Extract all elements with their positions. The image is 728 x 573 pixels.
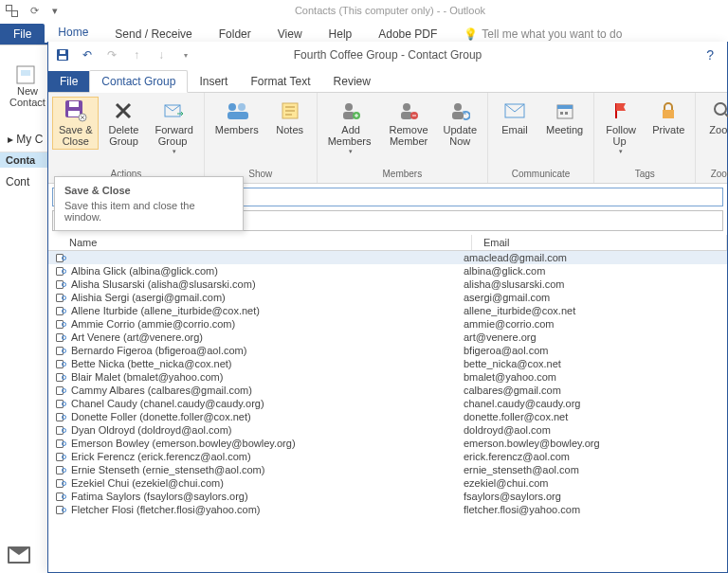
svg-point-11	[238, 103, 246, 111]
member-row[interactable]: Bernardo Figeroa (bfigeroa@aol.com)bfige…	[48, 344, 727, 357]
ribbon-group-communicate: Email Meeting Communicate	[488, 93, 594, 183]
group-label-zoom: Zoom	[711, 169, 728, 181]
redo-icon[interactable]: ↷	[105, 48, 118, 62]
contact-card-icon	[54, 399, 67, 408]
add-members-button[interactable]: Add Members ▾	[321, 97, 381, 158]
chevron-down-icon: ▾	[619, 148, 623, 155]
qat-custom-icon[interactable]: ▾	[179, 48, 192, 62]
app-grid-icon[interactable]	[6, 5, 17, 16]
contact-card-icon	[54, 346, 67, 355]
member-row[interactable]: Cammy Albares (calbares@gmail.com)calbar…	[48, 384, 727, 397]
cg-tab-insert[interactable]: Insert	[188, 71, 239, 92]
member-email: donette.foller@cox.net	[464, 411, 721, 422]
svg-rect-6	[68, 111, 80, 116]
contact-group-tabs: File Contact Group Insert Format Text Re…	[48, 68, 727, 93]
add-members-icon	[339, 99, 362, 122]
mail-nav-icon[interactable]	[8, 546, 30, 564]
meeting-button[interactable]: Meeting	[539, 97, 590, 138]
private-button[interactable]: Private	[646, 97, 691, 138]
contact-card-icon	[54, 293, 67, 302]
member-row[interactable]: Dyan Oldroyd (doldroyd@aol.com)doldroyd@…	[48, 423, 727, 437]
contact-card-icon	[54, 425, 67, 435]
member-name: Erick Ferencz (erick.ferencz@aol.com)	[71, 451, 464, 462]
contact-card-icon	[54, 359, 67, 368]
svg-rect-3	[59, 56, 66, 60]
member-row[interactable]: Fletcher Flosi (fletcher.flosi@yahoo.com…	[48, 503, 727, 516]
cg-tab-contact-group[interactable]: Contact Group	[89, 70, 188, 93]
new-contact-button[interactable]: New Contact	[9, 64, 46, 108]
notes-button[interactable]: Notes	[267, 97, 313, 138]
member-name: Ernie Stenseth (ernie_stenseth@aol.com)	[71, 464, 464, 475]
member-email: calbares@gmail.com	[464, 385, 721, 396]
tooltip-title: Save & Close	[64, 185, 233, 196]
member-name: Alishia Sergi (asergi@gmail.com)	[71, 292, 464, 303]
forward-group-button[interactable]: Forward Group ▾	[148, 97, 199, 158]
new-contact-icon	[15, 64, 40, 85]
svg-rect-21	[452, 112, 464, 119]
members-icon	[226, 99, 248, 122]
contact-card-icon	[54, 385, 67, 395]
cg-tab-review[interactable]: Review	[322, 71, 382, 92]
member-row[interactable]: amaclead@gmail.com	[48, 251, 727, 264]
svg-rect-1	[21, 70, 30, 76]
members-button[interactable]: Members	[209, 97, 265, 138]
send-receive-icon[interactable]: ⟳	[30, 5, 39, 17]
member-row[interactable]: Emerson Bowley (emerson.bowley@bowley.or…	[48, 437, 727, 450]
contact-card-icon	[54, 505, 67, 514]
zoom-button[interactable]: Zoom	[700, 97, 728, 138]
notes-icon	[279, 99, 301, 122]
member-row[interactable]: Chanel Caudy (chanel.caudy@caudy.org)cha…	[48, 397, 727, 410]
member-name: Bette Nicka (bette_nicka@cox.net)	[71, 358, 464, 369]
col-email[interactable]: Email	[472, 235, 727, 250]
remove-member-button[interactable]: Remove Member	[383, 97, 435, 150]
svg-point-14	[345, 103, 353, 111]
member-row[interactable]: Fatima Saylors (fsaylors@saylors.org)fsa…	[48, 490, 727, 503]
chevron-down-icon: ▾	[173, 148, 176, 155]
tooltip-body: Save this item and close the window.	[64, 200, 233, 223]
delete-group-button[interactable]: Delete Group	[100, 97, 146, 150]
member-row[interactable]: Alishia Sergi (asergi@gmail.com)asergi@g…	[48, 291, 727, 304]
member-email: fletcher.flosi@yahoo.com	[464, 504, 721, 515]
members-grid-body: amaclead@gmail.comAlbina Glick (albina@g…	[48, 251, 727, 516]
svg-rect-7	[69, 101, 79, 107]
member-email: ezekiel@chui.com	[464, 477, 721, 489]
contact-group-titlebar: ↶ ↷ ↑ ↓ ▾ Fourth Coffee Group - Contact …	[48, 42, 727, 68]
update-now-button[interactable]: Update Now	[437, 97, 483, 150]
member-row[interactable]: Blair Malet (bmalet@yahoo.com)bmalet@yah…	[48, 370, 727, 384]
member-row[interactable]: Donette Foller (donette.foller@cox.net)d…	[48, 410, 727, 423]
save-close-button[interactable]: Save & Close	[52, 97, 99, 150]
next-icon[interactable]: ↓	[155, 48, 168, 62]
prev-icon[interactable]: ↑	[130, 48, 143, 62]
member-row[interactable]: Art Venere (art@venere.org)art@venere.or…	[48, 331, 727, 344]
member-row[interactable]: Ammie Corrio (ammie@corrio.com)ammie@cor…	[48, 317, 727, 331]
contact-card-icon	[54, 452, 67, 461]
member-row[interactable]: Bette Nicka (bette_nicka@cox.net)bette_n…	[48, 357, 727, 370]
member-row[interactable]: Allene Iturbide (allene_iturbide@cox.net…	[48, 304, 727, 317]
undo-icon[interactable]: ↶	[81, 48, 94, 62]
svg-rect-27	[663, 110, 674, 118]
follow-up-button[interactable]: Follow Up ▾	[598, 97, 644, 158]
group-label-tags: Tags	[635, 169, 655, 181]
member-name: Albina Glick (albina@glick.com)	[71, 265, 464, 277]
member-email: allene_iturbide@cox.net	[464, 305, 721, 316]
contact-card-icon	[54, 412, 67, 421]
email-button[interactable]: Email	[492, 97, 537, 138]
save-icon[interactable]	[56, 48, 69, 62]
member-name: Allene Iturbide (allene_iturbide@cox.net…	[71, 305, 464, 316]
col-name[interactable]: Name	[48, 235, 472, 250]
member-row[interactable]: Ezekiel Chui (ezekiel@chui.com)ezekiel@c…	[48, 476, 727, 490]
member-row[interactable]: Albina Glick (albina@glick.com)albina@gl…	[48, 264, 727, 278]
member-email: albina@glick.com	[464, 265, 721, 277]
tab-file[interactable]: File	[0, 24, 45, 45]
member-row[interactable]: Ernie Stenseth (ernie_stenseth@aol.com)e…	[48, 463, 727, 476]
cg-tab-format[interactable]: Format Text	[239, 71, 321, 92]
member-row[interactable]: Erick Ferencz (erick.ferencz@aol.com)eri…	[48, 450, 727, 463]
member-row[interactable]: Alisha Slusarski (alisha@slusarski.com)a…	[48, 278, 727, 291]
member-email: bfigeroa@aol.com	[464, 345, 721, 356]
svg-rect-12	[228, 112, 248, 119]
svg-rect-24	[557, 105, 573, 109]
cg-tab-file[interactable]: File	[48, 71, 89, 92]
save-close-tooltip: Save & Close Save this item and close th…	[54, 176, 244, 231]
help-icon[interactable]: ?	[706, 47, 714, 63]
delete-icon	[112, 99, 135, 122]
